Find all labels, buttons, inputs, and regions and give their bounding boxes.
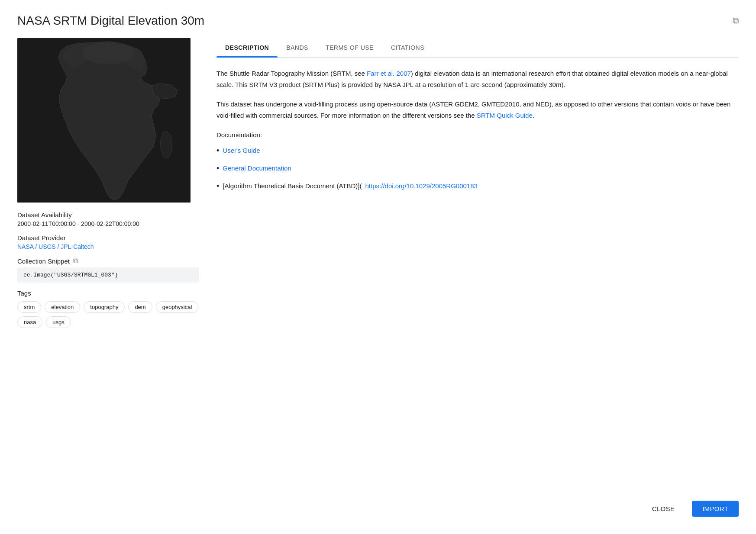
map-image bbox=[17, 38, 191, 203]
para2-end: . bbox=[533, 112, 534, 119]
para1-before-link: The Shuttle Radar Topography Mission (SR… bbox=[216, 70, 367, 77]
tab-description[interactable]: DESCRIPTION bbox=[216, 38, 278, 57]
external-link-icon[interactable]: ⧉ bbox=[733, 16, 739, 26]
doc-item-2: General Documentation bbox=[216, 164, 739, 174]
doc-item-1: User's Guide bbox=[216, 146, 739, 156]
description-para-1: The Shuttle Radar Topography Mission (SR… bbox=[216, 68, 739, 90]
users-guide-link[interactable]: User's Guide bbox=[223, 146, 260, 156]
left-panel: Dataset Availability 2000-02-11T00:00:00… bbox=[17, 38, 199, 328]
doc-label: Documentation: bbox=[216, 129, 739, 141]
page-title: NASA SRTM Digital Elevation 30m bbox=[17, 14, 204, 28]
doc-item-3: [Algorithm Theoretical Basis Document (A… bbox=[216, 181, 739, 191]
content-area: Dataset Availability 2000-02-11T00:00:00… bbox=[17, 38, 739, 328]
tag-srtm[interactable]: srtm bbox=[17, 301, 41, 313]
para2-text: This dataset has undergone a void-fillin… bbox=[216, 100, 730, 119]
tag-elevation[interactable]: elevation bbox=[45, 301, 80, 313]
right-panel: DESCRIPTIONBANDSTERMS OF USECITATIONS Th… bbox=[216, 38, 739, 328]
tab-bands[interactable]: BANDS bbox=[278, 38, 317, 57]
tags-label: Tags bbox=[17, 290, 199, 297]
tag-geophysical[interactable]: geophysical bbox=[156, 301, 199, 313]
atbd-text: [Algorithm Theoretical Basis Document (A… bbox=[223, 181, 362, 191]
tabs-row: DESCRIPTIONBANDSTERMS OF USECITATIONS bbox=[216, 38, 739, 58]
tag-dem[interactable]: dem bbox=[128, 301, 152, 313]
bottom-bar: CLOSE IMPORT bbox=[642, 501, 739, 517]
srtm-quick-guide-link[interactable]: SRTM Quick Guide bbox=[477, 112, 533, 119]
tag-topography[interactable]: topography bbox=[84, 301, 125, 313]
tab-content-description: The Shuttle Radar Topography Mission (SR… bbox=[216, 58, 739, 210]
general-doc-link[interactable]: General Documentation bbox=[223, 164, 291, 174]
svg-point-1 bbox=[82, 42, 134, 64]
provider-label: Dataset Provider bbox=[17, 234, 199, 241]
import-button[interactable]: IMPORT bbox=[692, 501, 739, 517]
tags-section: Tags srtmelevationtopographydemgeophysic… bbox=[17, 290, 199, 328]
meta-section: Dataset Availability 2000-02-11T00:00:00… bbox=[17, 211, 199, 328]
doc-list: User's Guide General Documentation [Algo… bbox=[216, 146, 739, 192]
code-block[interactable]: ee.Image("USGS/SRTMGL1_003") bbox=[17, 267, 199, 283]
tab-citations[interactable]: CITATIONS bbox=[382, 38, 433, 57]
tags-container: srtmelevationtopographydemgeophysicalnas… bbox=[17, 301, 199, 328]
tag-usgs[interactable]: usgs bbox=[46, 316, 71, 328]
close-button[interactable]: CLOSE bbox=[642, 501, 685, 517]
farr-link[interactable]: Farr et al. 2007 bbox=[367, 70, 411, 77]
provider-link[interactable]: NASA / USGS / JPL-Caltech bbox=[17, 243, 94, 250]
availability-value: 2000-02-11T00:00:00 - 2000-02-22T00:00:0… bbox=[17, 220, 199, 227]
tab-terms[interactable]: TERMS OF USE bbox=[317, 38, 382, 57]
tag-nasa[interactable]: nasa bbox=[17, 316, 42, 328]
dialog-container: NASA SRTM Digital Elevation 30m ⧉ bbox=[0, 0, 756, 534]
header-row: NASA SRTM Digital Elevation 30m ⧉ bbox=[17, 14, 739, 28]
description-para-2: This dataset has undergone a void-fillin… bbox=[216, 99, 739, 121]
collection-snippet-header: Collection Snippet ⧉ bbox=[17, 257, 199, 265]
snippet-label: Collection Snippet bbox=[17, 257, 70, 265]
availability-label: Dataset Availability bbox=[17, 211, 199, 219]
copy-icon[interactable]: ⧉ bbox=[73, 257, 78, 265]
atbd-link[interactable]: https://doi.org/10.1029/2005RG000183 bbox=[365, 181, 478, 191]
